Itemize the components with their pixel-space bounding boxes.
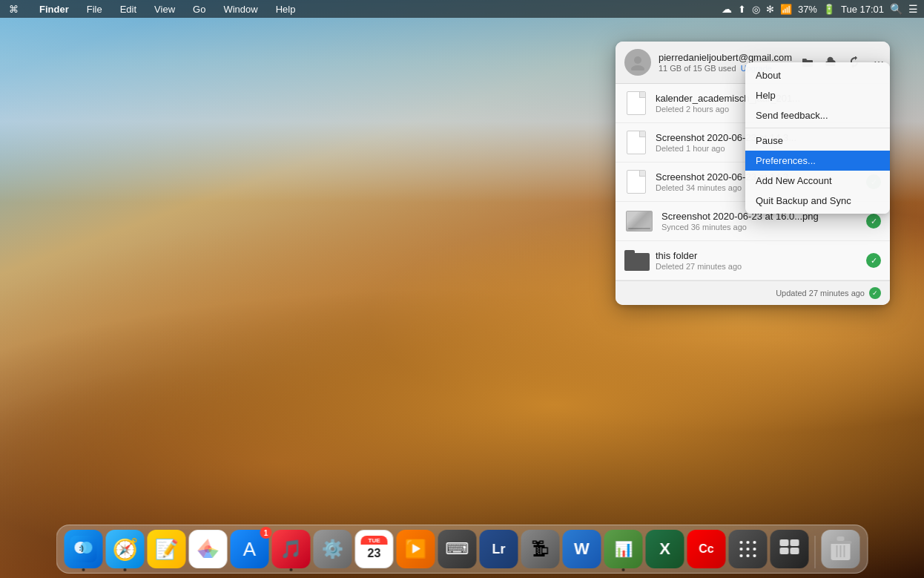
edit-menu[interactable]: Edit [117, 4, 139, 15]
file-icon-5 [624, 247, 648, 274]
file-icon-4 [624, 208, 654, 234]
dock-item-photos[interactable] [189, 530, 228, 568]
bluetooth-icon[interactable]: ✻ [766, 4, 774, 15]
file-name-5: this folder [656, 250, 866, 261]
file-menu[interactable]: File [84, 4, 105, 15]
file-icon-3 [624, 168, 648, 195]
footer-text: Updated 27 minutes ago [776, 289, 865, 298]
svg-point-1 [631, 65, 644, 70]
wifi-icon[interactable]: 📶 [780, 4, 792, 15]
menu-item-pause[interactable]: Pause [745, 131, 890, 151]
context-menu: About Help Send feedback... Pause Prefer… [745, 62, 890, 214]
svg-rect-20 [791, 548, 799, 554]
dock-item-calendar[interactable]: TUE 23 [355, 530, 394, 568]
menu-separator-1 [745, 128, 890, 128]
file-page-3 [627, 170, 646, 194]
svg-point-11 [740, 548, 743, 551]
finder-dot [82, 568, 85, 571]
dock-item-notes[interactable]: 📝 [148, 530, 186, 568]
apple-menu[interactable]: ⌘ [6, 4, 22, 15]
finder-menu[interactable]: Finder [36, 4, 72, 15]
file-info-4: Screenshot 2020-06-23 at 16.0...png Sync… [661, 211, 866, 231]
gdrive-icon[interactable]: ☁ [722, 3, 732, 15]
dock-item-spaces[interactable] [770, 530, 809, 568]
music-dot [290, 568, 293, 571]
dock-item-appstore[interactable]: A 1 [231, 530, 269, 568]
file-status-4: Synced 36 minutes ago [661, 223, 866, 231]
dock-item-safari[interactable]: 🧭 [106, 530, 145, 568]
eye-icon[interactable]: ◎ [752, 4, 760, 15]
dock-item-adobe[interactable]: Cc [687, 530, 726, 568]
panel-footer: Updated 27 minutes ago ✓ [616, 280, 890, 305]
dock-item-vlc[interactable]: ▶️ [397, 530, 435, 568]
menubar-left: ⌘ Finder File Edit View Go Window Help [6, 4, 298, 15]
go-menu[interactable]: Go [190, 4, 208, 15]
svg-point-10 [753, 541, 756, 544]
file-check-5: ✓ [866, 253, 881, 268]
control-center-icon[interactable]: ☰ [908, 3, 918, 15]
menubar-right: ☁ ⬆ ◎ ✻ 📶 37% 🔋 Tue 17:01 🔍 ☰ [722, 3, 918, 15]
svg-rect-22 [830, 541, 852, 544]
menu-item-add-account[interactable]: Add New Account [745, 171, 890, 191]
svg-point-16 [753, 554, 756, 557]
battery-icon: 🔋 [823, 4, 835, 15]
svg-rect-23 [837, 536, 845, 541]
file-page-2 [627, 131, 646, 154]
dock-item-word[interactable]: W [563, 530, 601, 568]
file-icon-2 [624, 129, 648, 156]
upload-icon[interactable]: ⬆ [738, 4, 746, 15]
backup-sync-panel: pierredanieljoubert@gmail.com 11 GB of 1… [616, 42, 890, 305]
file-info-5: this folder Deleted 27 minutes ago [656, 250, 866, 271]
svg-text::): :) [79, 545, 84, 552]
dock-item-settings[interactable]: ⚙️ [314, 530, 352, 568]
dock: :) 🧭 📝 A 1 🎵 ⚙️ TUE [56, 525, 868, 574]
appstore-badge: 1 [260, 527, 272, 539]
menu-item-about[interactable]: About [745, 65, 890, 85]
svg-point-0 [634, 56, 641, 64]
menubar: ⌘ Finder File Edit View Go Window Help ☁… [0, 0, 924, 18]
account-email: pierredanieljoubert@gmail.com [659, 52, 792, 63]
svg-point-8 [740, 541, 743, 544]
file-page-1 [627, 91, 646, 115]
dock-item-lightroom[interactable]: Lr [480, 530, 518, 568]
dock-item-trash[interactable] [822, 530, 860, 568]
file-status-5: Deleted 27 minutes ago [656, 262, 866, 271]
safari-dot [124, 568, 127, 571]
actmon-dot [622, 568, 625, 571]
search-icon[interactable]: 🔍 [890, 3, 902, 15]
dock-item-music[interactable]: 🎵 [272, 530, 311, 568]
footer-check-icon: ✓ [869, 287, 881, 299]
menu-item-feedback[interactable]: Send feedback... [745, 105, 890, 125]
svg-point-9 [747, 541, 750, 544]
svg-point-15 [747, 554, 750, 557]
svg-rect-17 [780, 539, 789, 546]
dock-item-actmon[interactable]: 📊 [604, 530, 643, 568]
dock-item-excel[interactable]: X [646, 530, 684, 568]
battery-status: 37% [798, 4, 817, 15]
svg-point-14 [740, 554, 743, 557]
clock: Tue 17:01 [841, 4, 884, 15]
help-menu[interactable]: Help [273, 4, 299, 15]
menu-item-help[interactable]: Help [745, 85, 890, 105]
svg-point-12 [747, 548, 750, 551]
file-icon-1 [624, 90, 648, 116]
file-check-4: ✓ [866, 214, 881, 229]
window-menu[interactable]: Window [220, 4, 260, 15]
dock-item-finder[interactable]: :) [65, 530, 103, 568]
dock-item-archive[interactable]: 🗜 [521, 530, 560, 568]
svg-rect-19 [780, 548, 789, 554]
dock-separator [815, 536, 816, 568]
menu-item-quit[interactable]: Quit Backup and Sync [745, 191, 890, 211]
avatar [624, 49, 651, 76]
svg-rect-18 [791, 539, 799, 546]
file-item-5: this folder Deleted 27 minutes ago ✓ [616, 241, 890, 280]
view-menu[interactable]: View [151, 4, 178, 15]
svg-point-13 [753, 548, 756, 551]
dock-item-calculator[interactable]: ⌨ [438, 530, 477, 568]
dock-item-launchpad[interactable] [729, 530, 768, 568]
menu-item-preferences[interactable]: Preferences... [745, 151, 890, 171]
